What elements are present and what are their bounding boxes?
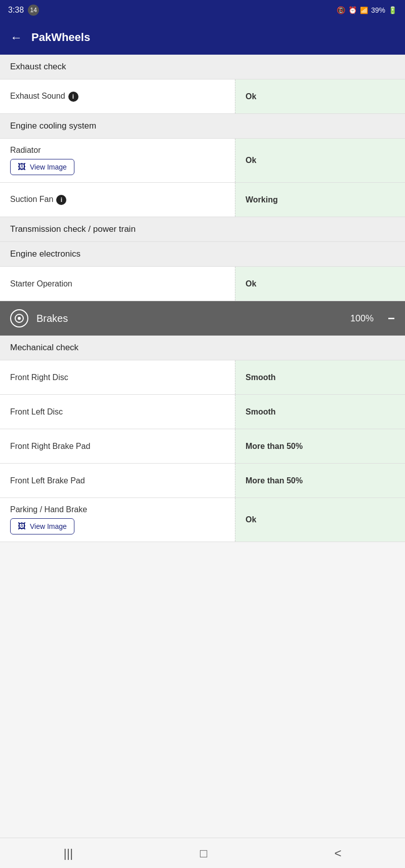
row-value: More than 50% bbox=[235, 464, 405, 498]
table-row: Exhaust SoundiOk bbox=[0, 79, 405, 114]
status-left: 3:38 14 bbox=[8, 5, 39, 16]
main-content: Exhaust checkExhaust SoundiOkEngine cool… bbox=[0, 55, 405, 542]
expander-label: Brakes bbox=[36, 313, 342, 324]
row-value: Smooth bbox=[235, 395, 405, 429]
back-nav-button[interactable]: < bbox=[319, 841, 357, 865]
info-icon: i bbox=[56, 195, 66, 205]
time-display: 3:38 bbox=[8, 6, 24, 15]
menu-button[interactable]: ||| bbox=[48, 841, 88, 865]
table-row: Radiator🖼View ImageOk bbox=[0, 139, 405, 183]
row-value: Ok bbox=[235, 139, 405, 182]
row-label: Exhaust Soundi bbox=[0, 79, 235, 113]
row-label: Front Right Disc bbox=[0, 360, 235, 394]
brakes-icon-inner bbox=[15, 314, 24, 323]
expander-toggle[interactable]: − bbox=[388, 311, 395, 325]
table-row: Front Right DiscSmooth bbox=[0, 360, 405, 395]
image-icon: 🖼 bbox=[18, 522, 26, 531]
row-label: Front Left Disc bbox=[0, 395, 235, 429]
view-image-label: View Image bbox=[30, 163, 67, 171]
brakes-icon-dot bbox=[18, 317, 21, 320]
image-icon: 🖼 bbox=[18, 162, 26, 172]
table-row: Front Left DiscSmooth bbox=[0, 395, 405, 429]
section-header: Mechanical check bbox=[0, 336, 405, 360]
table-row: Front Left Brake PadMore than 50% bbox=[0, 464, 405, 498]
row-value: Ok bbox=[235, 498, 405, 542]
section-header: Engine cooling system bbox=[0, 114, 405, 139]
status-right: 📵 ⏰ 📶 39% 🔋 bbox=[337, 6, 397, 14]
back-button[interactable]: ← bbox=[10, 30, 22, 45]
signal-icon: 📶 bbox=[360, 7, 368, 14]
row-value: Ok bbox=[235, 79, 405, 113]
row-label-text: Starter Operation bbox=[10, 279, 225, 288]
section-header: Engine electronics bbox=[0, 242, 405, 267]
view-image-label: View Image bbox=[30, 522, 67, 530]
row-label: Front Left Brake Pad bbox=[0, 464, 235, 498]
table-row: Suction FaniWorking bbox=[0, 183, 405, 217]
app-title: PakWheels bbox=[31, 31, 90, 44]
row-value: More than 50% bbox=[235, 429, 405, 463]
expander-percent: 100% bbox=[350, 313, 374, 324]
app-bar: ← PakWheels bbox=[0, 20, 405, 55]
row-label: Parking / Hand Brake🖼View Image bbox=[0, 498, 235, 542]
home-button[interactable]: □ bbox=[185, 841, 223, 865]
alarm-icon: ⏰ bbox=[348, 6, 357, 14]
row-label-text: Parking / Hand Brake bbox=[10, 505, 225, 514]
status-bar: 3:38 14 📵 ⏰ 📶 39% 🔋 bbox=[0, 0, 405, 20]
row-label-text: Exhaust Soundi bbox=[10, 92, 225, 102]
row-value: Working bbox=[235, 183, 405, 217]
row-label-text: Front Left Disc bbox=[10, 407, 225, 417]
row-label-text: Front Right Disc bbox=[10, 373, 225, 382]
info-icon: i bbox=[68, 92, 78, 102]
row-label-text: Suction Fani bbox=[10, 195, 225, 205]
battery-icon: 🔋 bbox=[388, 6, 397, 14]
table-row: Front Right Brake PadMore than 50% bbox=[0, 429, 405, 464]
table-row: Parking / Hand Brake🖼View ImageOk bbox=[0, 498, 405, 542]
row-label: Starter Operation bbox=[0, 267, 235, 301]
brakes-icon bbox=[10, 309, 28, 327]
row-label: Suction Fani bbox=[0, 183, 235, 217]
row-label-text: Front Left Brake Pad bbox=[10, 476, 225, 485]
section-header: Transmission check / power train bbox=[0, 217, 405, 242]
row-value: Ok bbox=[235, 267, 405, 301]
row-value: Smooth bbox=[235, 360, 405, 394]
table-row: Starter OperationOk bbox=[0, 267, 405, 301]
battery-percent: 39% bbox=[371, 6, 385, 14]
row-label: Radiator🖼View Image bbox=[0, 139, 235, 182]
notification-badge: 14 bbox=[28, 5, 39, 16]
view-image-button[interactable]: 🖼View Image bbox=[10, 159, 74, 175]
row-label-text: Radiator bbox=[10, 146, 225, 155]
row-label: Front Right Brake Pad bbox=[0, 429, 235, 463]
row-label-text: Front Right Brake Pad bbox=[10, 442, 225, 451]
bottom-nav: ||| □ < bbox=[0, 838, 405, 868]
sim-icon: 📵 bbox=[337, 6, 345, 14]
brakes-expander[interactable]: Brakes100%− bbox=[0, 301, 405, 336]
section-header: Exhaust check bbox=[0, 55, 405, 79]
view-image-button[interactable]: 🖼View Image bbox=[10, 518, 74, 534]
